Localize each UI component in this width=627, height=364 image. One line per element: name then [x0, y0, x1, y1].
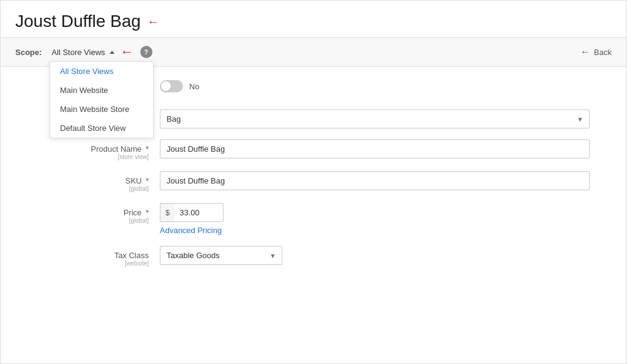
price-currency-symbol: $ [160, 203, 175, 222]
sku-required: * [146, 176, 149, 185]
price-label: Price * [global] [37, 203, 160, 224]
price-field-wrapper: $ Advanced Pricing [160, 203, 246, 235]
page-wrapper: Joust Duffle Bag ← Scope: All Store View… [0, 0, 627, 364]
scope-option-all-store-views[interactable]: All Store Views [50, 62, 153, 81]
title-arrow-annotation: ← [147, 15, 159, 29]
toggle-knob [161, 81, 171, 91]
scope-caret-icon [110, 51, 115, 54]
price-row: Price * [global] $ Advanced Pricing [1, 203, 626, 235]
attribute-set-select-wrapper: Bag ▼ [160, 110, 590, 128]
tax-class-select-wrapper: None Taxable Goods ▼ [160, 246, 282, 265]
back-label: Back [594, 48, 612, 57]
price-required: * [146, 208, 149, 217]
page-title: Joust Duffle Bag ← [15, 12, 612, 31]
enable-product-toggle-wrapper: No [160, 78, 200, 92]
enable-product-toggle[interactable] [160, 80, 183, 92]
product-name-required: * [146, 144, 149, 154]
price-input-group: $ [160, 203, 246, 222]
page-header: Joust Duffle Bag ← [1, 1, 626, 37]
scope-left: Scope: All Store Views ← ? All Store Vie… [15, 44, 152, 60]
scope-dropdown-button[interactable]: All Store Views [48, 46, 118, 58]
back-button[interactable]: ← Back [580, 46, 612, 58]
help-icon[interactable]: ? [140, 46, 152, 58]
product-name-row: Product Name * [store view] [1, 139, 626, 160]
tax-class-select[interactable]: None Taxable Goods [160, 246, 282, 265]
product-name-label: Product Name * [store view] [37, 139, 160, 160]
sku-input[interactable] [160, 171, 590, 190]
page-title-text: Joust Duffle Bag [15, 12, 141, 31]
scope-option-default-store-view[interactable]: Default Store View [50, 119, 153, 138]
scope-bar: Scope: All Store Views ← ? All Store Vie… [1, 37, 626, 67]
attribute-set-select[interactable]: Bag [160, 110, 590, 128]
product-name-input[interactable] [160, 139, 590, 158]
scope-option-main-website-store[interactable]: Main Website Store [50, 100, 153, 119]
back-arrow-icon: ← [580, 46, 590, 58]
enable-product-value: No [189, 82, 200, 91]
scope-selected-value: All Store Views [51, 48, 105, 57]
advanced-pricing-link[interactable]: Advanced Pricing [160, 226, 246, 235]
tax-class-label: Tax Class [website] [37, 246, 160, 267]
tax-class-row: Tax Class [website] None Taxable Goods ▼ [1, 246, 626, 267]
sku-row: SKU * [global] [1, 171, 626, 192]
scope-option-main-website[interactable]: Main Website [50, 81, 153, 100]
scope-dropdown-menu: All Store Views Main Website Main Websit… [50, 61, 154, 138]
scope-arrow-annotation: ← [121, 44, 134, 60]
scope-label: Scope: [15, 48, 42, 57]
price-input[interactable] [175, 203, 223, 222]
sku-label: SKU * [global] [37, 171, 160, 192]
